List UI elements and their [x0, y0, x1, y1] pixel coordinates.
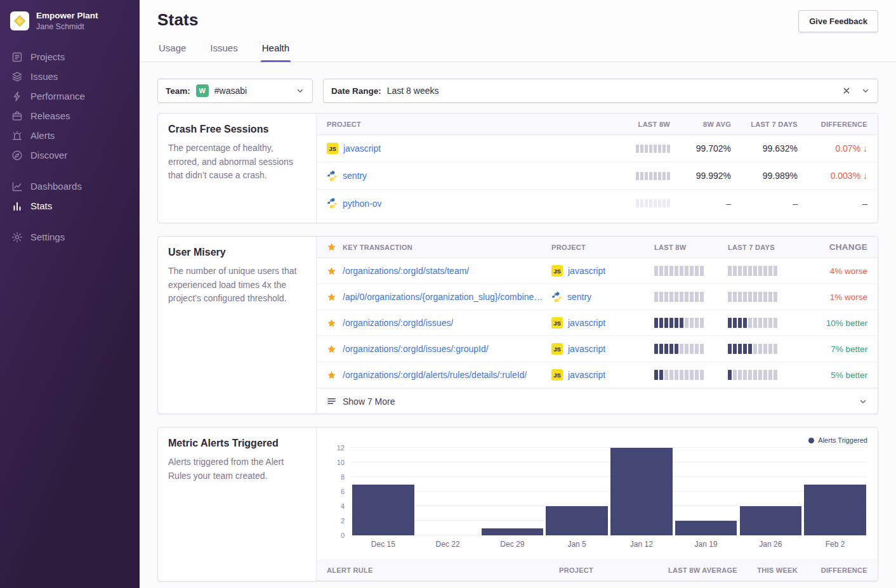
sidebar-item-label: Stats: [30, 200, 52, 211]
sidebar-item-settings[interactable]: Settings: [0, 227, 140, 247]
spark-bar: [685, 344, 688, 354]
javascript-icon: JS: [551, 317, 563, 329]
crash-free-table: PROJECT LAST 8W 8W AVG LAST 7 DAYS DIFFE…: [317, 114, 878, 223]
spark-bar: [774, 318, 777, 328]
discover-icon: [11, 150, 23, 161]
transaction-link[interactable]: /api/0/organizations/{organization_slug}…: [343, 292, 543, 302]
sidebar-item-releases[interactable]: Releases: [0, 106, 140, 126]
show-more-button[interactable]: Show 7 More: [317, 388, 878, 414]
tab-issues[interactable]: Issues: [209, 37, 239, 62]
tab-health[interactable]: Health: [261, 37, 291, 62]
chevron-down-icon[interactable]: [861, 86, 870, 95]
difference-value: –: [798, 199, 867, 209]
give-feedback-button[interactable]: Give Feedback: [798, 10, 878, 32]
org-switcher[interactable]: Empower Plant Jane Schmidt: [0, 0, 140, 44]
spark-bar: [700, 318, 704, 328]
chart-bar-slot: [674, 448, 739, 535]
user-misery-description: User Misery The number of unique users t…: [158, 237, 317, 414]
star-icon[interactable]: [327, 266, 336, 276]
column-header-difference: DIFFERENCE: [798, 121, 867, 128]
content: Team: W #wasabi Date Range: Last 8 weeks…: [140, 62, 896, 588]
transaction-link[interactable]: /organizations/:orgId/stats/team/: [343, 266, 469, 276]
chart-bar[interactable]: [740, 506, 802, 535]
table-row: /organizations/:orgId/alerts/rules/detai…: [317, 362, 878, 388]
last-7d-value: 99.632%: [731, 143, 798, 154]
spark-bar: [733, 318, 737, 328]
spark-bar: [763, 318, 767, 328]
project-link[interactable]: javascript: [568, 344, 605, 354]
spark-bar: [700, 344, 704, 354]
spark-bar: [753, 318, 757, 328]
spark-bar: [743, 318, 747, 328]
filter-bar: Team: W #wasabi Date Range: Last 8 weeks: [157, 79, 878, 103]
project-link[interactable]: javascript: [568, 370, 605, 380]
chart-legend[interactable]: Alerts Triggered: [808, 436, 867, 444]
sidebar-item-alerts[interactable]: Alerts: [0, 126, 140, 145]
clear-icon[interactable]: [842, 86, 851, 95]
sidebar-item-dashboards[interactable]: Dashboards: [0, 176, 140, 196]
column-header-difference: DIFFERENCE: [798, 566, 867, 574]
spark-bar: [695, 318, 699, 328]
chart-bar[interactable]: [482, 528, 544, 536]
sidebar-item-stats[interactable]: Stats: [0, 196, 140, 216]
spark-bar: [669, 344, 673, 354]
panel-title: Metric Alerts Triggered: [168, 438, 306, 449]
spark-bar: [774, 344, 777, 354]
project-link[interactable]: sentry: [343, 171, 367, 181]
spark-bar: [733, 266, 737, 276]
project-link[interactable]: javascript: [343, 143, 381, 154]
project-link[interactable]: javascript: [568, 318, 605, 328]
chart-bar[interactable]: [546, 506, 608, 535]
legend-label: Alerts Triggered: [818, 436, 867, 444]
chart-bar[interactable]: [804, 485, 866, 536]
sidebar-item-issues[interactable]: Issues: [0, 67, 140, 86]
sidebar-item-discover[interactable]: Discover: [0, 145, 140, 165]
date-range-select[interactable]: Date Range: Last 8 weeks: [323, 79, 878, 103]
spark-bar: [690, 318, 694, 328]
sidebar-item-projects[interactable]: Projects: [0, 47, 140, 67]
chart-bar[interactable]: [352, 485, 414, 536]
column-header-alert-rule: ALERT RULE: [327, 566, 559, 574]
chart-x-axis: Dec 15Dec 22Dec 29Jan 5Jan 12Jan 19Jan 2…: [351, 535, 867, 556]
last-7d-value: 99.989%: [731, 171, 798, 181]
project-link[interactable]: python-ov: [343, 199, 381, 209]
sidebar-item-performance[interactable]: Performance: [0, 86, 140, 106]
star-icon[interactable]: [327, 370, 336, 380]
spark-bar: [658, 145, 661, 153]
transaction-link[interactable]: /organizations/:orgId/alerts/rules/detai…: [343, 370, 527, 380]
change-value: 5% better: [801, 370, 867, 380]
chart-bar[interactable]: [675, 521, 737, 535]
spark-bar: [664, 370, 668, 380]
sparkline-8w: [654, 344, 728, 354]
page-title: Stats: [157, 10, 199, 30]
star-icon[interactable]: [327, 344, 336, 354]
column-header-last-8w: LAST 8W: [594, 121, 670, 128]
star-icon[interactable]: [327, 318, 336, 328]
spark-bar: [659, 370, 663, 380]
spark-bar: [649, 172, 652, 180]
spark-bar: [738, 292, 742, 302]
chart-bar[interactable]: [610, 448, 673, 535]
sidebar-item-label: Settings: [30, 232, 65, 242]
chevron-down-icon: [296, 86, 305, 95]
transaction-link[interactable]: /organizations/:orgId/issues/:groupId/: [343, 344, 489, 354]
spark-bar: [675, 266, 678, 276]
transaction-link[interactable]: /organizations/:orgId/issues/: [343, 318, 453, 328]
change-value: 7% better: [801, 344, 867, 354]
project-link[interactable]: sentry: [567, 292, 591, 302]
spark-bar: [640, 199, 643, 207]
sidebar: Empower Plant Jane Schmidt Projects Issu…: [0, 0, 140, 588]
star-icon[interactable]: [327, 292, 336, 302]
project-link[interactable]: javascript: [568, 266, 605, 276]
spark-bar: [645, 172, 648, 180]
chart-x-label: Jan 12: [609, 540, 674, 549]
chart-x-label: Jan 19: [674, 540, 739, 549]
tab-usage[interactable]: Usage: [157, 37, 187, 62]
team-select[interactable]: Team: W #wasabi: [157, 79, 313, 103]
spark-bar: [743, 266, 747, 276]
spark-bar: [675, 292, 678, 302]
empower-plant-logo: [13, 15, 26, 27]
stats-icon: [11, 200, 23, 212]
table-row: /organizations/:orgId/stats/team/ JS jav…: [317, 258, 878, 284]
spark-bar: [649, 145, 652, 153]
